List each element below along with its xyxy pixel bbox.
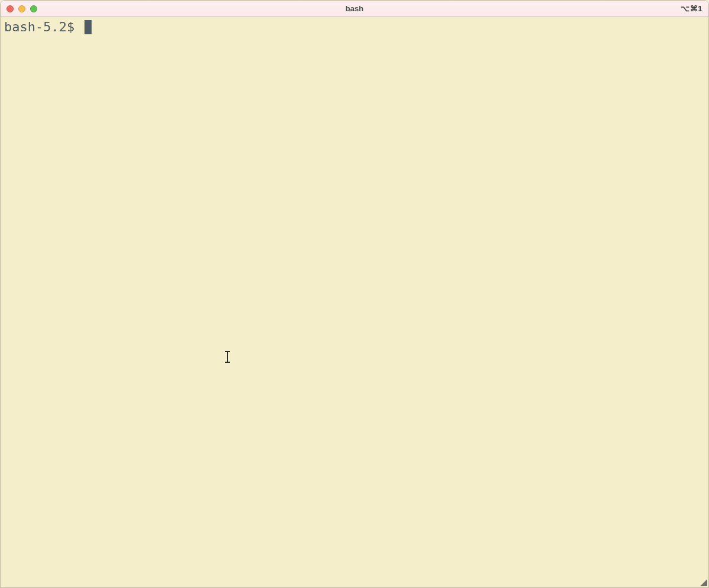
- titlebar[interactable]: bash ⌥⌘1: [1, 1, 708, 17]
- traffic-lights: [1, 5, 37, 12]
- resize-handle-icon[interactable]: [700, 579, 707, 586]
- terminal-body[interactable]: bash-5.2$: [1, 17, 708, 587]
- window-shortcut-indicator: ⌥⌘1: [681, 4, 703, 13]
- window-title: bash: [346, 4, 363, 13]
- prompt-line: bash-5.2$: [4, 20, 705, 34]
- zoom-button[interactable]: [30, 5, 37, 12]
- terminal-window: bash ⌥⌘1 bash-5.2$: [0, 0, 709, 588]
- text-cursor: [84, 20, 92, 34]
- shell-prompt: bash-5.2$: [4, 20, 82, 34]
- mouse-ibeam-cursor-icon: [227, 352, 228, 362]
- close-button[interactable]: [6, 5, 14, 12]
- minimize-button[interactable]: [18, 5, 25, 12]
